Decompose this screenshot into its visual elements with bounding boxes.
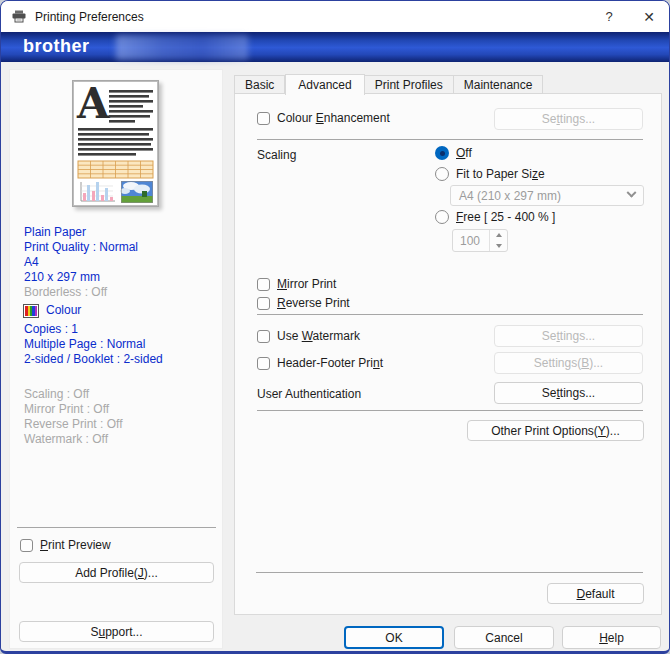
printer-icon <box>11 9 27 24</box>
use-watermark-checkbox[interactable] <box>257 330 270 343</box>
sidebar-divider <box>17 527 216 528</box>
header-footer-row: Header-Footer Print <box>257 356 383 370</box>
mirror-print-row: Mirror Print <box>257 277 336 291</box>
tab-print-profiles[interactable]: Print Profiles <box>365 75 454 94</box>
ok-button[interactable]: OK <box>344 626 444 649</box>
free-scaling-label: Free [ 25 - 400 % ] <box>456 210 555 224</box>
tab-basic[interactable]: Basic <box>234 75 285 94</box>
fit-to-paper-label: Fit to Paper Size <box>456 167 545 181</box>
header-footer-checkbox[interactable] <box>257 357 270 370</box>
free-scaling-stepper: 100 <box>452 229 508 252</box>
summary-line: Print Quality : Normal <box>24 240 163 255</box>
summary-line: Plain Paper <box>24 225 163 240</box>
colour-enhancement-settings-button: Settings... <box>494 108 643 130</box>
tab-maintenance[interactable]: Maintenance <box>454 75 544 94</box>
summary-line: Mirror Print : Off <box>24 402 122 417</box>
section-divider <box>257 139 643 140</box>
paper-size-select: A4 (210 x 297 mm) <box>450 185 644 206</box>
user-authentication-label: User Authentication <box>257 387 361 401</box>
free-scaling-radio[interactable] <box>435 210 449 224</box>
other-print-options-button[interactable]: Other Print Options(Y)... <box>467 420 644 441</box>
radio-dot <box>440 151 445 156</box>
brand-banner: brother <box>1 32 669 62</box>
spin-up-icon <box>490 230 507 241</box>
help-caption-button[interactable]: ? <box>589 1 629 32</box>
print-summary-disabled: Scaling : Off Mirror Print : Off Reverse… <box>24 387 122 447</box>
preview-sidebar: A <box>9 69 223 649</box>
spin-down-icon <box>490 241 507 252</box>
colour-mode-label: Colour <box>46 303 81 318</box>
document-preview: A <box>72 80 159 207</box>
tab-advanced[interactable]: Advanced <box>285 74 364 95</box>
printing-preferences-dialog: Printing Preferences ? ✕ brother A <box>0 0 670 654</box>
fit-to-paper-radio[interactable] <box>435 167 449 181</box>
mirror-print-label: Mirror Print <box>277 277 336 291</box>
support-button[interactable]: Support... <box>19 621 214 642</box>
scaling-off-label: Off <box>456 146 472 160</box>
stepper-arrows <box>489 230 507 251</box>
user-authentication-settings-button[interactable]: Settings... <box>494 382 643 404</box>
colour-enhancement-checkbox[interactable] <box>257 112 270 125</box>
header-footer-settings-button: Settings(B)... <box>494 352 643 374</box>
summary-line: Scaling : Off <box>24 387 122 402</box>
advanced-tab-panel: Colour Enhancement Settings... Scaling O… <box>234 93 662 615</box>
summary-line: 2-sided / Booklet : 2-sided <box>24 352 163 367</box>
section-divider <box>256 572 643 573</box>
summary-line-borderless: Borderless : Off <box>24 285 163 300</box>
summary-line: Watermark : Off <box>24 432 122 447</box>
scaling-off-row: Off <box>435 146 472 160</box>
cancel-button[interactable]: Cancel <box>454 626 554 649</box>
free-scaling-row: Free [ 25 - 400 % ] <box>435 210 555 224</box>
section-divider <box>257 410 643 411</box>
title-bar: Printing Preferences ? ✕ <box>1 1 669 32</box>
fit-to-paper-row: Fit to Paper Size <box>435 167 545 181</box>
colour-stripes-icon <box>23 304 39 318</box>
print-preview-row: Print Preview <box>20 538 111 552</box>
add-profile-button[interactable]: Add Profile(J)... <box>19 562 214 583</box>
reverse-print-checkbox[interactable] <box>257 297 270 310</box>
use-watermark-row: Use Watermark <box>257 329 360 343</box>
print-preview-checkbox[interactable] <box>20 539 33 552</box>
help-button[interactable]: Help <box>562 626 661 649</box>
summary-line: Copies : 1 <box>24 322 163 337</box>
paper-size-value: A4 (210 x 297 mm) <box>459 189 561 203</box>
colour-enhancement-row: Colour Enhancement <box>257 111 390 125</box>
brother-logo: brother <box>23 36 90 57</box>
printer-model-redacted <box>116 35 248 60</box>
free-scaling-value: 100 <box>453 230 489 251</box>
mirror-print-checkbox[interactable] <box>257 278 270 291</box>
colour-mode-row: Colour <box>23 303 163 318</box>
chevron-down-icon <box>627 188 637 198</box>
use-watermark-label: Use Watermark <box>277 329 360 343</box>
window-title: Printing Preferences <box>35 10 144 24</box>
reverse-print-row: Reverse Print <box>257 296 350 310</box>
colour-enhancement-label: Colour Enhancement <box>277 111 390 125</box>
scaling-label: Scaling <box>257 148 296 162</box>
default-button[interactable]: Default <box>547 583 644 604</box>
tab-strip: Basic Advanced Print Profiles Maintenanc… <box>234 73 543 94</box>
section-divider <box>257 314 643 315</box>
print-preview-label: Print Preview <box>40 538 111 552</box>
close-icon[interactable]: ✕ <box>629 1 669 32</box>
summary-line: 210 x 297 mm <box>24 270 163 285</box>
scaling-off-radio[interactable] <box>435 146 449 160</box>
summary-line: Multiple Page : Normal <box>24 337 163 352</box>
watermark-settings-button: Settings... <box>494 325 643 347</box>
print-summary: Plain Paper Print Quality : Normal A4 21… <box>24 225 163 367</box>
reverse-print-label: Reverse Print <box>277 296 350 310</box>
summary-line: Reverse Print : Off <box>24 417 122 432</box>
svg-text:A: A <box>76 81 111 128</box>
summary-line: A4 <box>24 255 163 270</box>
header-footer-label: Header-Footer Print <box>277 356 383 370</box>
